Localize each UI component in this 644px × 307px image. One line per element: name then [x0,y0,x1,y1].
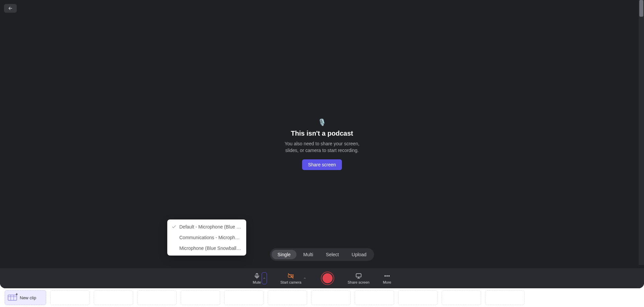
timeline-slot[interactable] [181,290,220,305]
mic-option-label: Communications - Microphone (Bl... [179,235,242,240]
share-screen-toolbar-button[interactable]: Share screen [348,273,369,284]
arrow-left-icon [8,6,13,11]
clip-icon: + [8,294,17,301]
mute-button[interactable]: Mute [253,273,261,284]
scrollbar-thumb[interactable] [639,0,643,17]
layout-segment-control: Single Multi Select Upload [270,248,374,261]
check-icon [171,224,177,229]
timeline-slot[interactable] [268,290,307,305]
timeline-slot[interactable] [398,290,438,305]
segment-select[interactable]: Select [320,250,345,259]
svg-rect-0 [256,273,258,277]
segment-multi[interactable]: Multi [297,250,319,259]
microphone-icon [254,273,260,279]
share-screen-label: Share screen [348,280,369,284]
segment-single[interactable]: Single [272,250,297,259]
plus-icon: + [15,292,19,296]
share-screen-button[interactable]: Share screen [302,159,342,170]
scrollbar-track [639,0,644,265]
svg-point-9 [389,275,390,276]
check-placeholder [171,246,177,251]
svg-point-7 [385,275,386,276]
record-icon [323,273,333,283]
microphone-dropdown-menu: Default - Microphone (Blue Snow... Commu… [167,219,246,256]
start-camera-label: Start camera [280,280,301,284]
empty-state-title: This isn't a podcast [291,130,353,137]
timeline-strip: + New clip [0,288,644,307]
mic-option-communications[interactable]: Communications - Microphone (Bl... [167,232,246,243]
empty-state-subtitle: You also need to share your screen, slid… [279,141,366,154]
mic-option-label: Default - Microphone (Blue Snow... [179,224,242,229]
empty-state: 🎙️ This isn't a podcast You also need to… [0,0,644,288]
mute-label: Mute [253,280,261,284]
svg-rect-4 [356,274,361,277]
monitor-icon [355,273,362,279]
record-button[interactable] [321,272,334,285]
back-button[interactable] [4,4,17,13]
new-clip-label: New clip [20,295,36,300]
check-placeholder [171,235,177,240]
more-horizontal-icon [384,273,390,279]
segment-upload[interactable]: Upload [346,250,372,259]
timeline-slot[interactable] [485,290,525,305]
mic-option-label: Microphone (Blue Snowball) (0d8... [179,246,242,251]
recording-stage: 🎙️ This isn't a podcast You also need to… [0,0,644,288]
camera-options-chevron[interactable] [302,272,307,284]
more-label: More [383,280,391,284]
camera-tool-group: Start camera [280,272,307,284]
mic-option-default[interactable]: Default - Microphone (Blue Snow... [167,221,246,232]
chevron-up-icon [303,277,306,280]
timeline-slot[interactable] [137,290,177,305]
podcast-mic-icon: 🎙️ [318,118,326,126]
more-button[interactable]: More [383,273,391,284]
new-clip-button[interactable]: + New clip [5,290,46,305]
start-camera-button[interactable]: Start camera [280,273,301,284]
svg-point-8 [387,275,388,276]
svg-line-3 [288,273,293,278]
timeline-slot[interactable] [311,290,351,305]
mute-options-chevron[interactable] [262,272,267,284]
timeline-slot[interactable] [94,290,133,305]
timeline-slot[interactable] [224,290,264,305]
timeline-slot[interactable] [355,290,394,305]
bottom-toolbar: Mute Start camera Share scr [0,268,644,288]
mute-tool-group: Mute [253,272,267,284]
timeline-slot[interactable] [442,290,481,305]
timeline-slot[interactable] [50,290,90,305]
camera-off-icon [287,273,294,279]
chevron-up-icon [263,277,266,280]
mic-option-device[interactable]: Microphone (Blue Snowball) (0d8... [167,243,246,254]
